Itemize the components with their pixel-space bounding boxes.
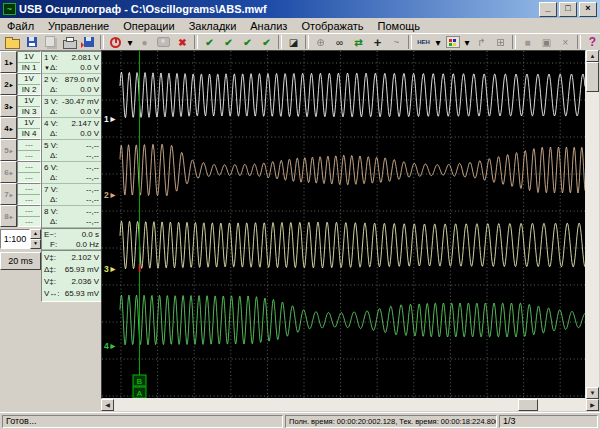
window-title: USB Осциллограф - C:\Oscillograms\ABS.mw… (19, 3, 536, 15)
elapsed-value: 0.0 s (82, 230, 99, 240)
channel-8-button: 8▸ (0, 205, 17, 227)
mark-check-4-button[interactable]: ✔ (257, 34, 276, 50)
title-bar: ~ USB Осциллограф - C:\Oscillograms\ABS.… (0, 0, 600, 18)
menu-item[interactable]: Управление (41, 19, 116, 33)
scope-area[interactable]: ВА1►2►3►4► (101, 50, 586, 399)
delta-label: Δ: (50, 195, 58, 205)
pane-button[interactable]: ■ (518, 34, 537, 50)
goto-marker-icon: ⇄ (354, 37, 362, 48)
scroll-up-icon[interactable]: ▲ (586, 50, 599, 62)
search-icon: ∞ (336, 37, 343, 48)
measurement-row-3: 3 V:-30.47 mVΔ:0.0 V (42, 96, 101, 118)
toolbar-separator (408, 35, 412, 49)
hen-mode-button[interactable]: НЕН (414, 34, 433, 50)
record-icon: ● (141, 37, 147, 48)
vertical-scrollbar[interactable]: ▲ ▼ (586, 50, 599, 399)
channel-input: IN 3 (18, 107, 40, 116)
attenuation-value[interactable]: 1:100 (0, 229, 30, 249)
channel-4-button[interactable]: 4▸ (0, 117, 17, 139)
vertical-scroll-thumb[interactable] (586, 62, 599, 92)
scroll-left-icon[interactable]: ◀ (101, 399, 114, 411)
voltage-value: 2.147 V (71, 119, 99, 129)
menu-item[interactable]: Помощь (371, 19, 428, 33)
power-menu-button[interactable]: ▾ (125, 34, 135, 50)
channel-4-label: 1VIN 4 (17, 117, 41, 139)
mark-check-3-button[interactable]: ✔ (238, 34, 257, 50)
menu-item[interactable]: Закладки (182, 19, 244, 33)
palette-menu-button[interactable]: ▾ (462, 34, 472, 50)
voltage-value: --,-- (86, 141, 99, 151)
search-button[interactable]: ∞ (330, 34, 349, 50)
spin-down-button[interactable]: ▼ (30, 239, 41, 249)
channel-marker-3[interactable]: 3► (104, 264, 117, 274)
channel-2-button[interactable]: 2▸ (0, 73, 17, 95)
palette-menu-icon: ▾ (464, 37, 469, 48)
voltage-label: 7 V: (44, 185, 58, 195)
status-message: Готов... (2, 415, 283, 428)
open-button[interactable] (3, 34, 22, 50)
delta-label: Δ: (50, 63, 58, 73)
palette-button[interactable] (443, 34, 462, 50)
save-image-button[interactable] (79, 34, 98, 50)
invert-colors-icon: ◪ (289, 37, 298, 48)
measurement-row-4: 4 V:2.147 VΔ:0.0 V (42, 118, 101, 140)
measurement-row-8: 8 V:--,--Δ:--,-- (42, 206, 101, 228)
cursor-mode-icon: + (374, 35, 382, 50)
cursor-measure-label: V‡: (44, 252, 56, 264)
hen-menu-button[interactable]: ▾ (433, 34, 443, 50)
power-stop-button[interactable] (106, 34, 125, 50)
menu-item[interactable]: Анализ (243, 19, 294, 33)
voltage-line: 5 V:--,-- (44, 141, 99, 151)
menu-item[interactable]: Файл (0, 19, 41, 33)
record-button[interactable]: ● (135, 34, 154, 50)
goto-marker-button[interactable]: ⇄ (349, 34, 368, 50)
channel-arrow-icon: ▸ (10, 103, 13, 110)
invert-colors-button[interactable]: ◪ (284, 34, 303, 50)
measurement-row-1: 1 V:2.081 V▼Δ:0.0 V (42, 52, 101, 74)
scroll-right-icon[interactable]: ▶ (586, 399, 599, 411)
mark-check-1-button[interactable]: ✔ (200, 34, 219, 50)
channel-marker-1[interactable]: 1► (104, 114, 117, 124)
print-button[interactable] (60, 34, 79, 50)
menu-bar: ФайлУправлениеОперацииЗакладкиАнализОтоб… (0, 18, 600, 33)
save-icon (27, 37, 37, 47)
timebase-button[interactable]: 20 ms (0, 252, 41, 270)
measurement-row-5: 5 V:--,--Δ:--,-- (42, 140, 101, 162)
close-button[interactable]: × (579, 2, 597, 17)
help-button[interactable]: ? (583, 34, 600, 50)
voltage-line: 8 V:--,-- (44, 207, 99, 217)
minimize-button[interactable]: _ (539, 2, 557, 17)
voltage-label: 3 V: (44, 97, 58, 107)
menu-item[interactable]: Операции (116, 19, 181, 33)
cursor-mode-button[interactable]: + (368, 34, 387, 50)
delta-value: --,-- (86, 151, 99, 161)
cursor-measure-value: 2.102 V (71, 252, 99, 264)
voltage-line: 4 V:2.147 V (44, 119, 99, 129)
spin-up-button[interactable]: ▲ (30, 229, 41, 239)
channel-1-button[interactable]: 1▸ (0, 51, 17, 73)
channel-list: 1▸1VIN 12▸1VIN 23▸1VIN 34▸1VIN 45▸------… (0, 51, 41, 227)
grid-setup-button: ⊞ (491, 34, 510, 50)
channel-marker-4[interactable]: 4► (104, 341, 117, 351)
frequency-value: 0.0 Hz (76, 240, 99, 250)
restore-button[interactable]: □ (559, 2, 577, 17)
interpolation-button: ~ (387, 34, 406, 50)
save-image-icon (84, 37, 94, 47)
voltage-line: 1 V:2.081 V (44, 53, 99, 63)
channel-range: --- (18, 162, 40, 173)
horizontal-scrollbar[interactable]: ◀ ▶ (101, 399, 599, 411)
menu-item[interactable]: Отображать (294, 19, 370, 33)
scope-canvas: ВА1►2►3►4► (102, 51, 585, 398)
save-button[interactable] (22, 34, 41, 50)
scroll-down-icon[interactable]: ▼ (586, 387, 599, 399)
mark-check-1-icon: ✔ (205, 37, 213, 48)
measurement-rows: 1 V:2.081 V▼Δ:0.0 V2 V:879.0 mVΔ:0.0 V3 … (42, 52, 101, 228)
clear-marks-button[interactable]: ✖ (173, 34, 192, 50)
voltage-line: 2 V:879.0 mV (44, 75, 99, 85)
channel-3-button[interactable]: 3▸ (0, 95, 17, 117)
channel-marker-2[interactable]: 2► (104, 190, 117, 200)
toolbar-separator (512, 35, 516, 49)
cursor-measure-label: Δ‡: (44, 264, 56, 276)
horizontal-scroll-thumb[interactable] (518, 399, 538, 411)
mark-check-2-button[interactable]: ✔ (219, 34, 238, 50)
